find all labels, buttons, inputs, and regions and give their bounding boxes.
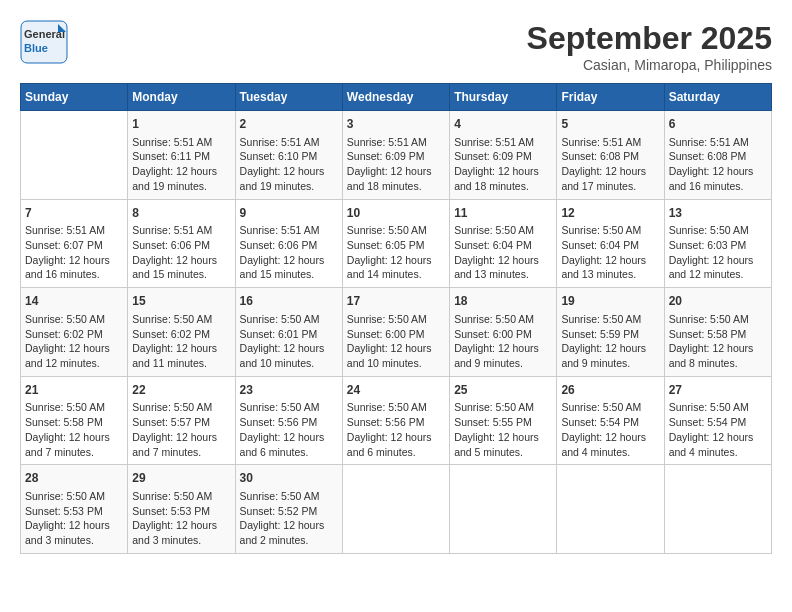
table-row: 30Sunrise: 5:50 AMSunset: 5:52 PMDayligh… bbox=[235, 465, 342, 554]
table-row: 12Sunrise: 5:50 AMSunset: 6:04 PMDayligh… bbox=[557, 199, 664, 288]
table-row: 2Sunrise: 5:51 AMSunset: 6:10 PMDaylight… bbox=[235, 111, 342, 200]
day-info: Daylight: 12 hours bbox=[669, 164, 767, 179]
day-number: 13 bbox=[669, 205, 767, 222]
title-block: September 2025 Casian, Mimaropa, Philipp… bbox=[527, 20, 772, 73]
day-info: Sunset: 6:01 PM bbox=[240, 327, 338, 342]
table-row: 15Sunrise: 5:50 AMSunset: 6:02 PMDayligh… bbox=[128, 288, 235, 377]
table-row: 19Sunrise: 5:50 AMSunset: 5:59 PMDayligh… bbox=[557, 288, 664, 377]
day-info: Sunrise: 5:50 AM bbox=[25, 312, 123, 327]
table-row: 10Sunrise: 5:50 AMSunset: 6:05 PMDayligh… bbox=[342, 199, 449, 288]
day-number: 18 bbox=[454, 293, 552, 310]
day-info: Daylight: 12 hours bbox=[240, 341, 338, 356]
day-info: and 16 minutes. bbox=[669, 179, 767, 194]
svg-text:Blue: Blue bbox=[24, 42, 48, 54]
day-info: Daylight: 12 hours bbox=[25, 253, 123, 268]
day-info: Daylight: 12 hours bbox=[25, 341, 123, 356]
day-info: Sunset: 5:54 PM bbox=[561, 415, 659, 430]
day-info: and 8 minutes. bbox=[669, 356, 767, 371]
day-info: and 10 minutes. bbox=[240, 356, 338, 371]
day-info: Sunrise: 5:51 AM bbox=[669, 135, 767, 150]
day-number: 1 bbox=[132, 116, 230, 133]
table-row: 27Sunrise: 5:50 AMSunset: 5:54 PMDayligh… bbox=[664, 376, 771, 465]
day-number: 2 bbox=[240, 116, 338, 133]
table-row: 6Sunrise: 5:51 AMSunset: 6:08 PMDaylight… bbox=[664, 111, 771, 200]
day-number: 25 bbox=[454, 382, 552, 399]
day-info: Daylight: 12 hours bbox=[347, 430, 445, 445]
table-row: 20Sunrise: 5:50 AMSunset: 5:58 PMDayligh… bbox=[664, 288, 771, 377]
day-info: Sunset: 5:58 PM bbox=[25, 415, 123, 430]
day-info: Sunset: 6:06 PM bbox=[132, 238, 230, 253]
day-info: Sunset: 6:08 PM bbox=[669, 149, 767, 164]
table-row: 14Sunrise: 5:50 AMSunset: 6:02 PMDayligh… bbox=[21, 288, 128, 377]
calendar-week-row: 14Sunrise: 5:50 AMSunset: 6:02 PMDayligh… bbox=[21, 288, 772, 377]
day-info: and 7 minutes. bbox=[25, 445, 123, 460]
table-row bbox=[342, 465, 449, 554]
day-info: Sunset: 5:59 PM bbox=[561, 327, 659, 342]
table-row bbox=[664, 465, 771, 554]
day-info: Sunrise: 5:50 AM bbox=[347, 400, 445, 415]
table-row: 1Sunrise: 5:51 AMSunset: 6:11 PMDaylight… bbox=[128, 111, 235, 200]
col-friday: Friday bbox=[557, 84, 664, 111]
col-wednesday: Wednesday bbox=[342, 84, 449, 111]
day-info: Sunrise: 5:51 AM bbox=[561, 135, 659, 150]
table-row: 17Sunrise: 5:50 AMSunset: 6:00 PMDayligh… bbox=[342, 288, 449, 377]
day-info: and 3 minutes. bbox=[25, 533, 123, 548]
col-thursday: Thursday bbox=[450, 84, 557, 111]
day-info: Daylight: 12 hours bbox=[561, 341, 659, 356]
day-info: Sunrise: 5:51 AM bbox=[25, 223, 123, 238]
day-info: and 5 minutes. bbox=[454, 445, 552, 460]
day-number: 17 bbox=[347, 293, 445, 310]
day-number: 5 bbox=[561, 116, 659, 133]
day-info: Sunrise: 5:50 AM bbox=[132, 489, 230, 504]
day-info: Sunset: 5:56 PM bbox=[347, 415, 445, 430]
table-row: 13Sunrise: 5:50 AMSunset: 6:03 PMDayligh… bbox=[664, 199, 771, 288]
logo-icon: General Blue bbox=[20, 20, 68, 64]
day-info: Sunrise: 5:51 AM bbox=[347, 135, 445, 150]
logo: General Blue bbox=[20, 20, 68, 64]
day-info: Daylight: 12 hours bbox=[25, 430, 123, 445]
day-info: Sunrise: 5:50 AM bbox=[454, 312, 552, 327]
day-info: Daylight: 12 hours bbox=[132, 253, 230, 268]
table-row: 24Sunrise: 5:50 AMSunset: 5:56 PMDayligh… bbox=[342, 376, 449, 465]
day-number: 26 bbox=[561, 382, 659, 399]
day-number: 6 bbox=[669, 116, 767, 133]
day-info: Sunset: 6:02 PM bbox=[25, 327, 123, 342]
day-info: Sunrise: 5:50 AM bbox=[132, 312, 230, 327]
day-info: Sunset: 6:02 PM bbox=[132, 327, 230, 342]
day-info: and 16 minutes. bbox=[25, 267, 123, 282]
table-row: 4Sunrise: 5:51 AMSunset: 6:09 PMDaylight… bbox=[450, 111, 557, 200]
day-number: 23 bbox=[240, 382, 338, 399]
day-info: Sunrise: 5:50 AM bbox=[454, 223, 552, 238]
day-info: and 12 minutes. bbox=[25, 356, 123, 371]
day-info: Sunrise: 5:50 AM bbox=[347, 312, 445, 327]
day-info: Sunset: 5:58 PM bbox=[669, 327, 767, 342]
day-info: and 13 minutes. bbox=[454, 267, 552, 282]
day-info: and 7 minutes. bbox=[132, 445, 230, 460]
day-info: Sunrise: 5:50 AM bbox=[347, 223, 445, 238]
day-info: Sunrise: 5:50 AM bbox=[240, 400, 338, 415]
col-sunday: Sunday bbox=[21, 84, 128, 111]
day-info: Daylight: 12 hours bbox=[240, 518, 338, 533]
day-info: Sunset: 6:11 PM bbox=[132, 149, 230, 164]
day-info: Daylight: 12 hours bbox=[132, 341, 230, 356]
day-number: 16 bbox=[240, 293, 338, 310]
day-info: Sunset: 5:53 PM bbox=[25, 504, 123, 519]
day-info: Sunset: 6:00 PM bbox=[454, 327, 552, 342]
day-info: Sunset: 6:04 PM bbox=[561, 238, 659, 253]
day-number: 24 bbox=[347, 382, 445, 399]
calendar-week-row: 21Sunrise: 5:50 AMSunset: 5:58 PMDayligh… bbox=[21, 376, 772, 465]
day-info: and 18 minutes. bbox=[454, 179, 552, 194]
day-info: Sunset: 6:07 PM bbox=[25, 238, 123, 253]
day-info: Sunset: 5:56 PM bbox=[240, 415, 338, 430]
day-info: Sunrise: 5:50 AM bbox=[561, 223, 659, 238]
col-monday: Monday bbox=[128, 84, 235, 111]
day-info: Sunrise: 5:51 AM bbox=[240, 135, 338, 150]
day-info: Daylight: 12 hours bbox=[669, 341, 767, 356]
day-info: and 2 minutes. bbox=[240, 533, 338, 548]
day-info: Sunset: 5:55 PM bbox=[454, 415, 552, 430]
table-row: 5Sunrise: 5:51 AMSunset: 6:08 PMDaylight… bbox=[557, 111, 664, 200]
day-info: Daylight: 12 hours bbox=[240, 164, 338, 179]
day-number: 9 bbox=[240, 205, 338, 222]
day-info: and 17 minutes. bbox=[561, 179, 659, 194]
day-number: 20 bbox=[669, 293, 767, 310]
